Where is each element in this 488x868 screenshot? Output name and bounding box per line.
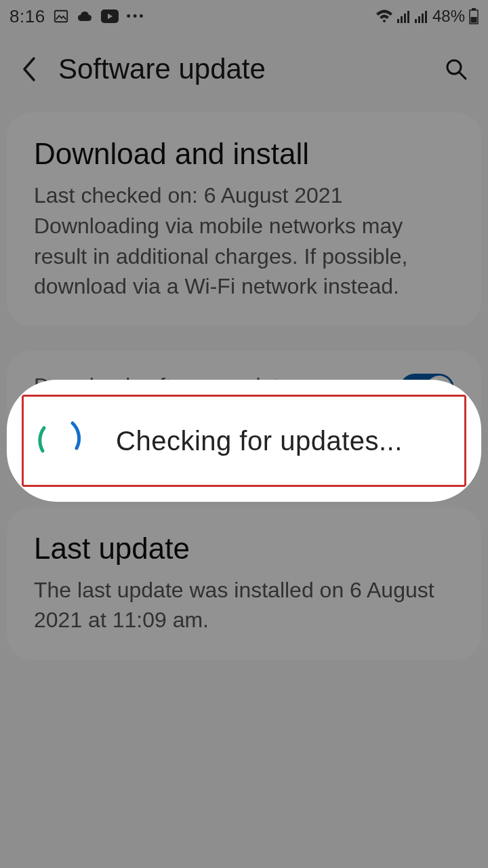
dialog-message: Checking for updates... <box>116 426 403 456</box>
checking-dialog: Checking for updates... <box>7 380 481 502</box>
spinner-icon <box>33 413 89 469</box>
modal-overlay: Checking for updates... <box>0 0 488 868</box>
